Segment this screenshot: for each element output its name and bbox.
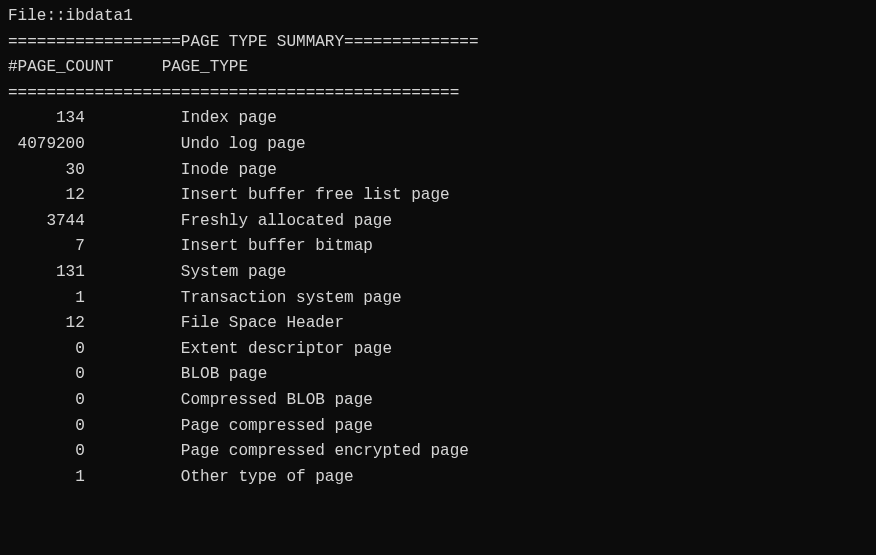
- page-type: BLOB page: [85, 362, 267, 388]
- page-type: Page compressed page: [85, 414, 373, 440]
- page-count: 3744: [8, 209, 85, 235]
- page-count: 134: [8, 106, 85, 132]
- page-count: 0: [8, 362, 85, 388]
- table-row: 0Compressed BLOB page: [8, 388, 868, 414]
- column-header-type: PAGE_TYPE: [114, 55, 248, 81]
- table-row: 4079200Undo log page: [8, 132, 868, 158]
- table-row: 0BLOB page: [8, 362, 868, 388]
- page-type: Index page: [85, 106, 277, 132]
- page-count: 1: [8, 465, 85, 491]
- page-count: 12: [8, 183, 85, 209]
- table-row: 0Page compressed page: [8, 414, 868, 440]
- page-count: 0: [8, 388, 85, 414]
- table-row: 12Insert buffer free list page: [8, 183, 868, 209]
- table-row: 30Inode page: [8, 158, 868, 184]
- page-type: Transaction system page: [85, 286, 402, 312]
- divider: ========================================…: [8, 81, 868, 107]
- file-line: File::ibdata1: [8, 4, 868, 30]
- table-row: 131System page: [8, 260, 868, 286]
- page-count: 131: [8, 260, 85, 286]
- table-row: 1Transaction system page: [8, 286, 868, 312]
- page-type: Freshly allocated page: [85, 209, 392, 235]
- page-type: File Space Header: [85, 311, 344, 337]
- table-row: 12File Space Header: [8, 311, 868, 337]
- page-count: 4079200: [8, 132, 85, 158]
- page-type: Insert buffer free list page: [85, 183, 450, 209]
- page-type: Inode page: [85, 158, 277, 184]
- section-header: ==================PAGE TYPE SUMMARY=====…: [8, 30, 868, 56]
- page-count: 0: [8, 439, 85, 465]
- page-count: 7: [8, 234, 85, 260]
- page-type: Undo log page: [85, 132, 306, 158]
- table-row: 0Extent descriptor page: [8, 337, 868, 363]
- table-row: 7Insert buffer bitmap: [8, 234, 868, 260]
- file-name: ibdata1: [66, 7, 133, 25]
- file-label: File::: [8, 7, 66, 25]
- page-type: Extent descriptor page: [85, 337, 392, 363]
- page-count: 30: [8, 158, 85, 184]
- page-type: System page: [85, 260, 287, 286]
- page-type: Compressed BLOB page: [85, 388, 373, 414]
- column-header-row: #PAGE_COUNTPAGE_TYPE: [8, 55, 868, 81]
- page-type: Page compressed encrypted page: [85, 439, 469, 465]
- page-count: 12: [8, 311, 85, 337]
- page-type: Other type of page: [85, 465, 354, 491]
- page-count: 0: [8, 414, 85, 440]
- page-count: 1: [8, 286, 85, 312]
- table-row: 134Index page: [8, 106, 868, 132]
- page-type: Insert buffer bitmap: [85, 234, 373, 260]
- column-header-count: #PAGE_COUNT: [8, 55, 114, 81]
- page-count: 0: [8, 337, 85, 363]
- table-row: 1Other type of page: [8, 465, 868, 491]
- table-row: 3744Freshly allocated page: [8, 209, 868, 235]
- table-row: 0Page compressed encrypted page: [8, 439, 868, 465]
